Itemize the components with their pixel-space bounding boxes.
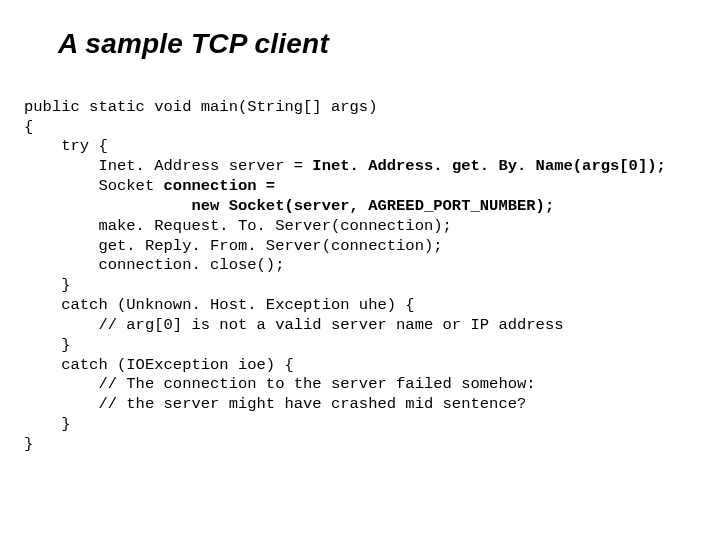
code-line: }	[24, 276, 71, 294]
code-line: connection. close();	[24, 256, 284, 274]
code-bold: new Socket(server, AGREED_PORT_NUMBER);	[24, 197, 554, 215]
code-line: }	[24, 336, 71, 354]
code-bold: connection =	[164, 177, 276, 195]
code-line: {	[24, 118, 33, 136]
code-bold: Inet. Address. get. By. Name(args[0]);	[312, 157, 665, 175]
code-line: // arg[0] is not a valid server name or …	[24, 316, 564, 334]
code-line: catch (Unknown. Host. Exception uhe) {	[24, 296, 415, 314]
code-line: }	[24, 435, 33, 453]
slide-title: A sample TCP client	[58, 28, 696, 60]
code-line: Socket	[24, 177, 164, 195]
code-line: try {	[24, 137, 108, 155]
code-line: Inet. Address server =	[24, 157, 312, 175]
code-line: catch (IOException ioe) {	[24, 356, 294, 374]
code-line: // The connection to the server failed s…	[24, 375, 536, 393]
code-line: }	[24, 415, 71, 433]
slide: A sample TCP client public static void m…	[0, 0, 720, 540]
code-line: make. Request. To. Server(connection);	[24, 217, 452, 235]
code-line: get. Reply. From. Server(connection);	[24, 237, 443, 255]
code-line: public static void main(String[] args)	[24, 98, 377, 116]
code-block: public static void main(String[] args) {…	[24, 78, 696, 455]
code-line: // the server might have crashed mid sen…	[24, 395, 526, 413]
